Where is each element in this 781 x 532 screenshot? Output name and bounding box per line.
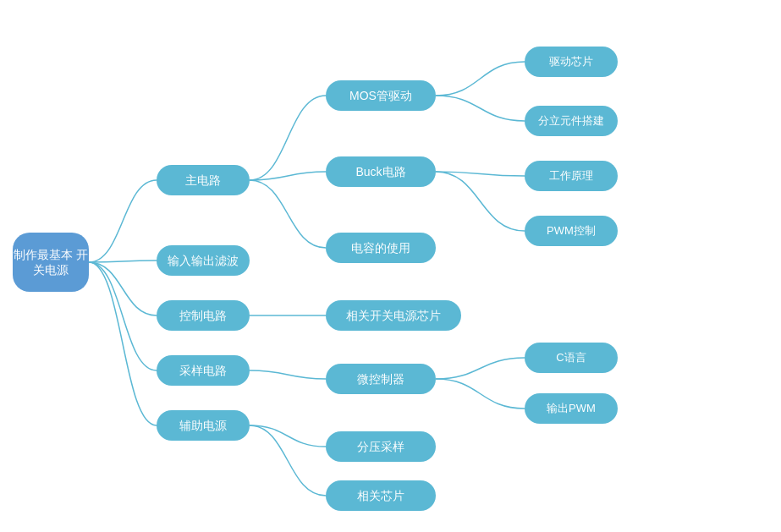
- node-微控制器: 微控制器: [326, 364, 436, 394]
- node-PWM控制: PWM控制: [525, 216, 618, 246]
- node-输入输出滤波: 输入输出滤波: [157, 245, 250, 276]
- node-采样电路: 采样电路: [157, 355, 250, 386]
- node-相关芯片: 相关芯片: [326, 480, 436, 511]
- node-C语言: C语言: [525, 343, 618, 373]
- node-Buck电路: Buck电路: [326, 156, 436, 187]
- mind-map-diagram: 制作最基本 开关电源主电路输入输出滤波控制电路采样电路辅助电源MOS管驱动Buc…: [0, 0, 781, 532]
- node-相关开关电源芯片: 相关开关电源芯片: [326, 300, 461, 331]
- node-输出PWM: 输出PWM: [525, 393, 618, 424]
- node-工作原理: 工作原理: [525, 161, 618, 191]
- node-电容的使用: 电容的使用: [326, 233, 436, 263]
- node-控制电路: 控制电路: [157, 300, 250, 331]
- node-辅助电源: 辅助电源: [157, 410, 250, 441]
- node-主电路: 主电路: [157, 165, 250, 195]
- node-分压采样: 分压采样: [326, 431, 436, 462]
- node-root: 制作最基本 开关电源: [13, 233, 89, 292]
- node-分立元件搭建: 分立元件搭建: [525, 106, 618, 136]
- node-MOS管驱动: MOS管驱动: [326, 80, 436, 111]
- node-驱动芯片: 驱动芯片: [525, 47, 618, 77]
